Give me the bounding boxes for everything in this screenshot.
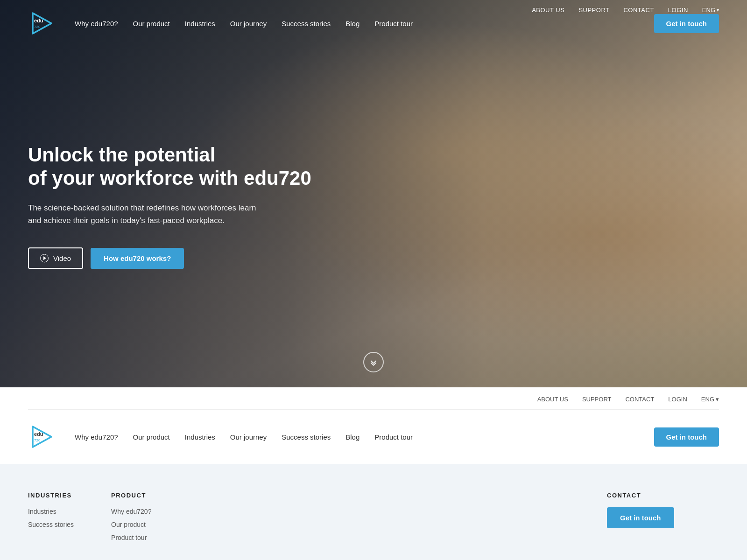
nav-our-journey[interactable]: Our journey [230, 20, 267, 28]
footer-nav-industries[interactable]: Industries [185, 433, 215, 441]
svg-marker-0 [33, 13, 51, 34]
list-item: Success stories [28, 520, 74, 529]
footer-nav-our-product[interactable]: Our product [133, 433, 170, 441]
main-navigation: edu 720 Why edu720? Our product Industri… [0, 0, 747, 47]
footer-link-our-product[interactable]: Our product [111, 521, 146, 528]
footer-col-industries-heading: INDUSTRIES [28, 492, 74, 499]
svg-text:720: 720 [34, 438, 41, 442]
svg-marker-3 [33, 427, 51, 447]
play-icon [40, 254, 49, 262]
how-works-button[interactable]: How edu720 works? [91, 248, 184, 269]
svg-text:edu: edu [34, 18, 43, 23]
chevron-down-double-icon [369, 357, 378, 367]
footer-language-selector[interactable]: ENG ▾ [701, 396, 719, 403]
footer-col-product: PRODUCT Why edu720? Our product Product … [111, 492, 151, 546]
hero-section: ABOUT US SUPPORT CONTACT LOGIN ENG ▾ edu… [0, 0, 747, 387]
footer-logo-icon: edu 720 [28, 423, 56, 451]
video-button-label: Video [53, 254, 71, 262]
nav-get-in-touch-button[interactable]: Get in touch [654, 14, 719, 33]
nav-blog[interactable]: Blog [345, 20, 359, 28]
footer-lang-label: ENG [701, 396, 714, 403]
hero-title: Unlock the potentialof your workforce wi… [28, 143, 311, 190]
logo-icon: edu 720 [28, 9, 56, 37]
footer-col-industries: INDUSTRIES Industries Success stories [28, 492, 74, 546]
svg-text:edu: edu [34, 431, 43, 437]
hero-content: Unlock the potentialof your workforce wi… [28, 143, 311, 269]
svg-text:720: 720 [34, 25, 41, 29]
footer-chevron-down-icon: ▾ [716, 396, 719, 403]
footer-contact-cta-button[interactable]: Get in touch [607, 507, 674, 528]
footer-main-nav: edu 720 Why edu720? Our product Industri… [28, 410, 719, 464]
video-button[interactable]: Video [28, 247, 83, 269]
logo[interactable]: edu 720 [28, 9, 56, 37]
primary-nav-links: Why edu720? Our product Industries Our j… [75, 20, 413, 28]
footer-utility-bar: ABOUT US SUPPORT CONTACT LOGIN ENG ▾ [28, 387, 719, 410]
nav-why-edu720[interactable]: Why edu720? [75, 20, 118, 28]
nav-industries[interactable]: Industries [185, 20, 215, 28]
footer-nav-our-journey[interactable]: Our journey [230, 433, 267, 441]
footer-contact-col: CONTACT Get in touch [607, 492, 719, 528]
nav-product-tour[interactable]: Product tour [374, 20, 413, 28]
contact-section: INDUSTRIES Industries Success stories PR… [0, 464, 747, 560]
footer-link-why-edu720[interactable]: Why edu720? [111, 508, 151, 515]
footer-top-contact[interactable]: CONTACT [625, 396, 654, 403]
scroll-down-button[interactable] [363, 352, 384, 372]
footer-top-login[interactable]: LOGIN [668, 396, 687, 403]
footer-primary-nav-links: Why edu720? Our product Industries Our j… [75, 433, 413, 441]
list-item: Why edu720? [111, 507, 151, 516]
footer-get-in-touch-button[interactable]: Get in touch [654, 427, 719, 447]
footer-top-about-us[interactable]: ABOUT US [537, 396, 568, 403]
footer-link-success-stories[interactable]: Success stories [28, 521, 74, 528]
nav-success-stories[interactable]: Success stories [282, 20, 331, 28]
footer-col-product-list: Why edu720? Our product Product tour [111, 507, 151, 542]
hero-buttons: Video How edu720 works? [28, 247, 311, 269]
footer-logo[interactable]: edu 720 [28, 423, 56, 451]
list-item: Product tour [111, 533, 151, 542]
footer-col-industries-list: Industries Success stories [28, 507, 74, 529]
footer-contact-heading: CONTACT [607, 492, 719, 499]
nav-our-product[interactable]: Our product [133, 20, 170, 28]
footer-nav-blog[interactable]: Blog [345, 433, 359, 441]
list-item: Our product [111, 520, 151, 529]
footer-nav-success-stories[interactable]: Success stories [282, 433, 331, 441]
footer-section: ABOUT US SUPPORT CONTACT LOGIN ENG ▾ edu… [0, 387, 747, 464]
hero-subtitle: The science-backed solution that redefin… [28, 202, 266, 227]
footer-link-product-tour[interactable]: Product tour [111, 534, 147, 541]
list-item: Industries [28, 507, 74, 516]
footer-nav-why-edu720[interactable]: Why edu720? [75, 433, 118, 441]
footer-nav-product-tour[interactable]: Product tour [374, 433, 413, 441]
footer-link-industries[interactable]: Industries [28, 508, 56, 515]
footer-columns: INDUSTRIES Industries Success stories PR… [28, 492, 570, 546]
footer-top-support[interactable]: SUPPORT [582, 396, 612, 403]
footer-col-product-heading: PRODUCT [111, 492, 151, 499]
